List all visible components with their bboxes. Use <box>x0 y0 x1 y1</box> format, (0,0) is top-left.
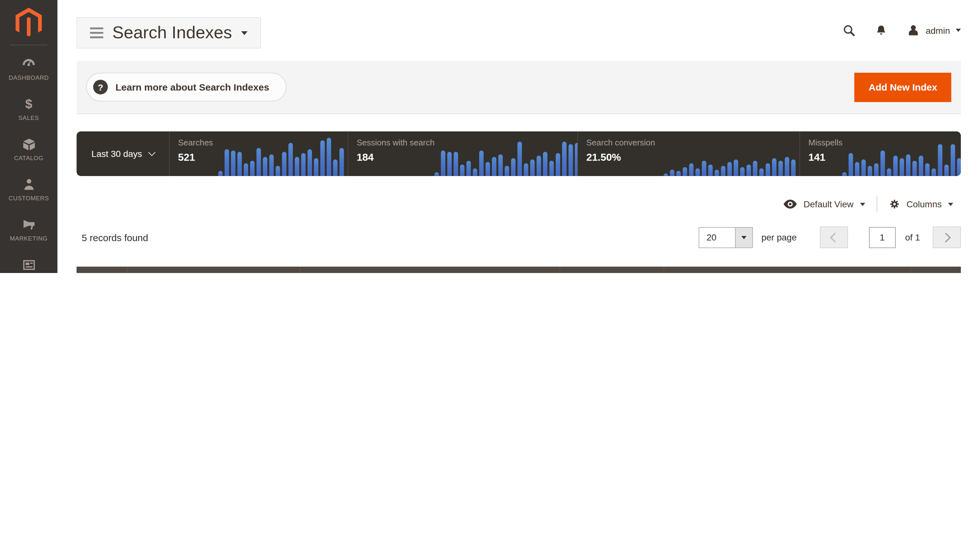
spark-bar <box>670 170 675 176</box>
sidebar-item-customers[interactable]: CUSTOMERS <box>0 170 57 210</box>
spark-bar <box>218 171 223 176</box>
sidebar-item-sales[interactable]: $ SALES <box>0 89 57 130</box>
column-header-type[interactable]: Type <box>300 267 560 273</box>
date-range-dropdown[interactable]: Last 30 days <box>76 132 169 176</box>
spark-bar <box>339 148 344 176</box>
spark-bar <box>849 153 853 176</box>
magento-logo[interactable] <box>0 0 57 44</box>
magento-logo-icon <box>15 8 42 37</box>
stats-bar: Last 30 days Searches521Sessions with se… <box>76 132 961 176</box>
sidebar-item-label: CATALOG <box>14 155 43 163</box>
spark-bar <box>682 167 687 176</box>
columns-dropdown[interactable]: Columns <box>889 198 953 210</box>
add-new-index-button[interactable]: Add New Index <box>854 72 951 102</box>
spark-bar <box>314 158 318 176</box>
spark-bar <box>753 161 757 176</box>
dashboard-icon <box>21 56 37 72</box>
spark-bar <box>874 163 879 176</box>
stat-value: 21.50% <box>586 152 655 163</box>
sidebar-divider <box>10 44 47 45</box>
spark-bar <box>843 172 847 176</box>
spark-bar <box>524 163 528 176</box>
spark-bar <box>727 162 732 176</box>
search-icon <box>842 24 856 37</box>
topbar-actions: admin <box>842 0 961 60</box>
spark-bar <box>301 153 305 176</box>
chevron-left-icon <box>830 232 840 242</box>
chevron-down-icon <box>860 203 865 206</box>
sidebar-item-marketing[interactable]: MARKETING <box>0 210 57 250</box>
column-header-action[interactable]: Action <box>910 267 961 273</box>
spark-bar <box>505 166 509 176</box>
per-page-caret-button[interactable] <box>735 227 752 247</box>
view-dropdown-label: Default View <box>803 199 854 209</box>
spark-bar <box>473 168 477 176</box>
chevron-right-icon <box>941 232 951 242</box>
per-page-value: 20 <box>700 227 735 247</box>
search-button[interactable] <box>842 24 856 37</box>
spark-bar <box>887 168 892 176</box>
page-number-input[interactable] <box>869 227 896 248</box>
learn-more-button[interactable]: ? Learn more about Search Indexes <box>86 73 286 102</box>
per-page-select[interactable]: 20 <box>699 227 753 248</box>
gear-icon <box>889 198 900 210</box>
spark-bar <box>951 144 955 176</box>
spark-bar <box>460 165 465 176</box>
spark-bar <box>913 161 917 176</box>
spark-bar <box>568 144 573 176</box>
date-range-label: Last 30 days <box>92 149 142 159</box>
sidebar-item-dashboard[interactable]: DASHBOARD <box>0 49 57 89</box>
controls-divider <box>877 196 877 213</box>
content-icon <box>21 257 36 273</box>
column-header-position[interactable]: Position <box>560 267 663 273</box>
column-header-title[interactable]: Title <box>127 267 300 273</box>
sidebar-item-label: CUSTOMERS <box>9 195 49 203</box>
spark-bar <box>932 168 936 176</box>
page-title: Search Indexes <box>112 23 232 43</box>
total-pages-label: of 1 <box>905 232 920 242</box>
spark-bar <box>307 149 312 176</box>
column-header-status[interactable]: Status <box>663 267 910 273</box>
stat-label: Search conversion <box>586 138 655 148</box>
stats-panel: Searches521 <box>169 132 348 176</box>
stat-value: 141 <box>808 152 843 163</box>
per-page-label: per page <box>762 232 797 242</box>
spark-bar <box>263 157 267 176</box>
spark-bar <box>282 152 286 176</box>
spark-bar <box>702 161 706 176</box>
spark-bar <box>919 156 924 176</box>
chevron-down-icon <box>948 203 953 206</box>
sidebar-item-content[interactable]: CONTENT <box>0 250 57 273</box>
index-table: IDTitleTypePositionStatusAction 1Product… <box>76 267 961 273</box>
spark-bar <box>945 165 949 176</box>
sidebar-item-catalog[interactable]: CATALOG <box>0 130 57 170</box>
stat-label: Searches <box>178 138 213 148</box>
spark-bar <box>288 143 293 176</box>
prev-page-button[interactable] <box>819 227 848 248</box>
stats-panel: Search conversion21.50% <box>578 132 799 176</box>
spark-bar <box>295 157 299 176</box>
sales-icon: $ <box>25 97 32 112</box>
spark-bar <box>231 151 235 176</box>
spark-bar <box>855 162 860 176</box>
spark-bar <box>517 141 522 176</box>
spark-bar <box>441 151 445 176</box>
notifications-button[interactable] <box>875 24 888 37</box>
spark-bar <box>224 149 229 176</box>
column-header-id[interactable]: ID <box>76 267 127 273</box>
user-name: admin <box>926 25 950 35</box>
next-page-button[interactable] <box>933 227 961 248</box>
columns-dropdown-label: Columns <box>907 199 942 209</box>
stat-label: Misspells <box>808 138 843 148</box>
spark-bar <box>740 167 745 176</box>
spark-bar <box>250 161 255 176</box>
spark-bar <box>765 163 770 176</box>
spark-bar <box>327 138 331 176</box>
spark-bar <box>485 162 490 176</box>
stats-panel: Misspells141 <box>799 132 961 176</box>
spark-bar <box>447 152 452 176</box>
sidebar: DASHBOARD $ SALES CATALOG CUSTOMERS MARK… <box>0 0 57 273</box>
page-title-box[interactable]: Search Indexes <box>76 17 261 48</box>
user-menu[interactable]: admin <box>907 24 961 37</box>
view-dropdown[interactable]: Default View <box>784 199 865 209</box>
